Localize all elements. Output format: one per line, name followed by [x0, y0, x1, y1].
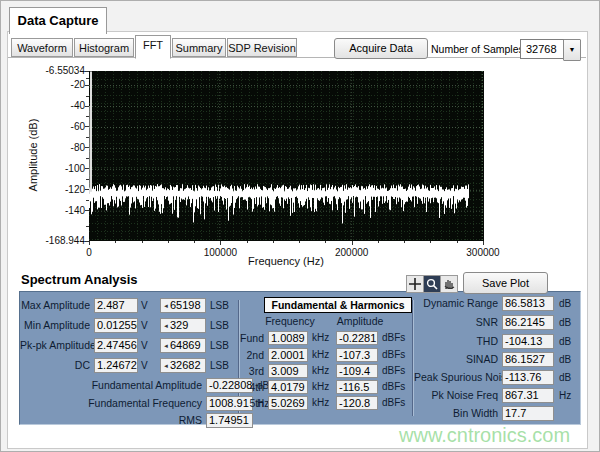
unit-label: LSB	[210, 298, 229, 313]
unit-label: dB	[559, 370, 571, 385]
y-axis-tick	[85, 147, 89, 148]
lsb-field-value: 64869	[170, 339, 201, 351]
unit-label: kHz	[312, 379, 329, 394]
x-axis-minor-tick	[247, 241, 248, 243]
x-tick-label: 100000	[190, 247, 250, 258]
analysis-label: Min Amplitude	[20, 318, 90, 333]
harmonic-frequency-field[interactable]: 4.0179	[268, 380, 308, 394]
y-axis-minor-tick	[86, 96, 89, 97]
number-of-samples-value[interactable]: 32768	[520, 39, 569, 59]
tab-data-capture[interactable]: Data Capture	[9, 7, 107, 34]
harmonic-amplitude-field-value: -120.8	[339, 397, 370, 409]
metric-field[interactable]: -104.13	[502, 334, 554, 349]
unit-label: dBFs	[382, 379, 405, 394]
volts-field-value: 0.0125504	[97, 319, 138, 331]
crosshair-icon[interactable]	[406, 275, 424, 293]
volts-field[interactable]: 1.24672	[94, 358, 138, 373]
y-axis-tick	[85, 168, 89, 169]
harmonic-amplitude-field[interactable]: -109.4	[336, 364, 378, 378]
metric-field-value: -113.76	[505, 371, 542, 383]
unit-label: dB	[559, 296, 571, 311]
scalar-field[interactable]: 1.74951	[206, 413, 253, 428]
lsb-field[interactable]: ◄65198	[160, 298, 206, 313]
y-axis-minor-tick	[86, 179, 89, 180]
unit-label: dB	[559, 352, 571, 367]
metric-field[interactable]: 86.5813	[502, 296, 554, 311]
harmonic-amplitude-field[interactable]: -116.5	[336, 380, 378, 394]
tab-waveform[interactable]: Waveform	[11, 38, 73, 57]
unit-label: V	[141, 298, 148, 313]
x-axis-minor-tick	[404, 241, 405, 243]
harmonic-frequency-field-value: 5.0269	[271, 397, 305, 409]
volts-field-value: 2.487	[97, 299, 125, 311]
x-axis-minor-tick	[430, 241, 431, 243]
lsb-field[interactable]: ◄32682	[160, 358, 206, 373]
x-axis-tick	[220, 241, 221, 245]
y-axis-minor-tick	[86, 78, 89, 79]
metric-field[interactable]: 86.1527	[502, 352, 554, 367]
harmonic-amplitude-field-value: -0.2281	[339, 332, 376, 344]
y-axis-minor-tick	[86, 137, 89, 138]
metric-field-value: 867.31	[505, 389, 539, 401]
y-axis-minor-tick	[86, 200, 89, 201]
y-tick-label: -40	[31, 100, 85, 111]
analysis-label: Max Amplitude	[20, 298, 90, 313]
y-tick-label: -80	[31, 142, 85, 153]
unit-label: V	[141, 358, 148, 373]
x-axis-minor-tick	[168, 241, 169, 243]
y-axis-tick	[85, 85, 89, 86]
unit-label: dBFs	[382, 363, 405, 378]
magnifier-icon[interactable]	[423, 275, 441, 293]
harmonic-amplitude-field-value: -116.5	[339, 381, 369, 393]
metric-field[interactable]: 86.2145	[502, 315, 554, 330]
analysis-label: Dynamic Range	[414, 296, 498, 311]
harmonic-frequency-field-value: 2.0001	[271, 349, 305, 361]
harmonic-label: 5th	[240, 396, 264, 411]
samples-dropdown-button[interactable]: ▼	[563, 39, 581, 61]
volts-field[interactable]: 2.487	[94, 298, 138, 313]
harmonic-frequency-field[interactable]: 1.0089	[268, 331, 308, 345]
y-axis-minor-tick	[86, 226, 89, 227]
x-axis-tick	[89, 241, 90, 245]
harmonic-amplitude-field[interactable]: -0.2281	[336, 331, 378, 345]
metric-field[interactable]: 17.7	[502, 406, 554, 421]
y-axis-tick	[85, 189, 89, 190]
fundamental-harmonics-title: Fundamental & Harmonics	[264, 297, 412, 313]
metric-field-value: 86.5813	[505, 297, 545, 309]
tab-fft[interactable]: FFT	[135, 35, 171, 59]
tab-histogram[interactable]: Histogram	[74, 38, 134, 57]
field-scroll-arrow-icon[interactable]: ◄	[163, 343, 169, 349]
lsb-field[interactable]: ◄64869	[160, 338, 206, 353]
volts-field[interactable]: 2.47456	[94, 338, 138, 353]
panel-separator	[412, 300, 413, 416]
lsb-field[interactable]: ◄329	[160, 318, 206, 333]
tab-sdp-revision[interactable]: SDP Revision	[227, 38, 297, 57]
save-plot-button[interactable]: Save Plot	[463, 272, 548, 294]
acquire-data-button[interactable]: Acquire Data	[334, 38, 428, 59]
pan-hand-icon[interactable]	[440, 275, 458, 293]
fft-plot[interactable]	[89, 71, 484, 241]
harmonic-frequency-field[interactable]: 3.009	[268, 364, 308, 378]
volts-field[interactable]: 0.0125504	[94, 318, 138, 333]
y-axis-minor-tick	[86, 116, 89, 117]
lsb-field-value: 32682	[170, 359, 201, 371]
field-scroll-arrow-icon[interactable]: ◄	[163, 323, 169, 329]
harmonic-frequency-field-value: 4.0179	[271, 381, 305, 393]
field-scroll-arrow-icon[interactable]: ◄	[163, 303, 169, 309]
tab-summary[interactable]: Summary	[172, 38, 226, 57]
harmonic-amplitude-field[interactable]: -120.8	[336, 396, 378, 410]
y-axis-tick	[85, 126, 89, 127]
harmonic-frequency-field-value: 3.009	[271, 365, 299, 377]
y-axis-title: Amplitude (dB)	[27, 95, 39, 215]
x-tick-label: 300000	[453, 247, 513, 258]
x-axis-minor-tick	[115, 241, 116, 243]
metric-field[interactable]: -113.76	[502, 370, 554, 385]
lsb-field-value: 329	[170, 319, 188, 331]
harmonic-amplitude-field-value: -109.4	[339, 365, 370, 377]
field-scroll-arrow-icon[interactable]: ◄	[163, 363, 169, 369]
metric-field-value: 17.7	[505, 407, 526, 419]
harmonic-amplitude-field[interactable]: -107.3	[336, 348, 378, 362]
metric-field[interactable]: 867.31	[502, 388, 554, 403]
harmonic-frequency-field[interactable]: 2.0001	[268, 348, 308, 362]
harmonic-frequency-field[interactable]: 5.0269	[268, 396, 308, 410]
